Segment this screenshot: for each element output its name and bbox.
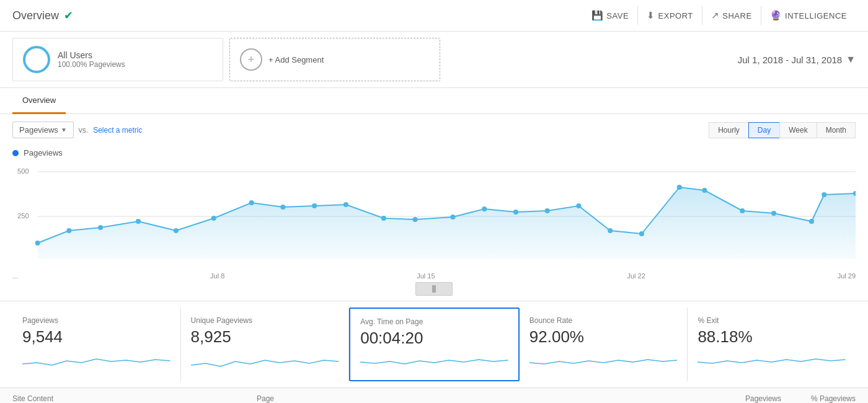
time-btn-week[interactable]: Week [779, 122, 816, 138]
metric-card-unique-pageviews[interactable]: Unique Pageviews 8,925 [181, 308, 350, 381]
export-button[interactable]: ⬇ EXPORT [637, 6, 702, 25]
svg-marker-4 [38, 187, 856, 259]
chart-svg: 500 250 [12, 162, 856, 262]
segment-subtitle: 100.00% Pageviews [58, 60, 125, 69]
intelligence-button[interactable]: 🔮 INTELLIGENCE [761, 6, 856, 25]
segment-donut [23, 46, 50, 73]
date-range-button[interactable]: Jul 1, 2018 - Jul 31, 2018 ▼ [738, 54, 856, 65]
svg-point-28 [809, 219, 814, 224]
tabs-row: Overview [0, 88, 868, 114]
add-segment-card[interactable]: + + Add Segment [229, 38, 440, 81]
segments-row: All Users 100.00% Pageviews + + Add Segm… [0, 32, 868, 88]
svg-point-13 [312, 203, 317, 208]
segment-title: All Users [58, 50, 125, 60]
metric-exit-title: % Exit [698, 316, 846, 325]
page-title: Overview [12, 9, 59, 22]
bottom-header-site-content: Site Content [12, 394, 257, 403]
metric-dropdown-label: Pageviews [19, 125, 58, 135]
time-btn-hourly[interactable]: Hourly [709, 122, 748, 138]
svg-point-18 [482, 206, 487, 211]
primary-segment-card[interactable]: All Users 100.00% Pageviews [12, 38, 223, 81]
svg-point-23 [639, 231, 644, 236]
metric-pageviews-value: 9,544 [22, 327, 170, 347]
svg-point-5 [35, 241, 40, 246]
legend-label: Pageviews [24, 148, 63, 157]
vs-label: vs. [79, 126, 88, 135]
metric-avg-time-title: Avg. Time on Page [360, 317, 508, 326]
legend-dot [12, 150, 19, 156]
metric-bounce-rate-value: 92.00% [529, 327, 678, 347]
metric-pageviews-title: Pageviews [22, 316, 170, 325]
tab-overview[interactable]: Overview [12, 88, 66, 114]
shield-icon: ✔ [64, 9, 73, 22]
svg-text:250: 250 [17, 212, 29, 219]
save-icon: 💾 [591, 10, 604, 21]
chart-dates: ... Jul 8 Jul 15 Jul 22 Jul 29 [0, 270, 868, 280]
date-range-caret-icon: ▼ [846, 54, 856, 65]
metric-dropdown-caret-icon: ▼ [61, 126, 67, 133]
metric-exit-value: 88.18% [698, 327, 846, 347]
svg-point-20 [545, 208, 550, 213]
metric-pageviews-sparkline [22, 352, 170, 370]
svg-point-27 [771, 211, 776, 216]
top-bar-left: Overview ✔ [12, 9, 73, 22]
metric-card-pageviews[interactable]: Pageviews 9,544 [12, 308, 181, 381]
metric-unique-pageviews-title: Unique Pageviews [191, 316, 339, 325]
bottom-header-pageviews: Pageviews [745, 394, 781, 403]
chart-controls: Pageviews ▼ vs. Select a metric Hourly D… [0, 114, 868, 146]
top-bar: Overview ✔ 💾 SAVE ⬇ EXPORT ↗ SHARE 🔮 INT… [0, 0, 868, 32]
svg-point-7 [98, 225, 103, 230]
bottom-header-page: Page [257, 394, 745, 403]
metric-card-bounce-rate[interactable]: Bounce Rate 92.00% [520, 308, 688, 381]
chart-svg-wrapper[interactable]: 500 250 [12, 162, 856, 264]
bottom-header-pct-pageviews: % Pageviews [794, 394, 856, 403]
metric-unique-pageviews-sparkline [191, 352, 339, 370]
svg-point-19 [513, 210, 518, 215]
metric-bounce-rate-title: Bounce Rate [529, 316, 678, 325]
intelligence-icon: 🔮 [770, 10, 782, 21]
svg-point-8 [136, 219, 141, 224]
metric-avg-time-sparkline [360, 353, 508, 371]
svg-text:500: 500 [17, 167, 29, 175]
metric-dropdown[interactable]: Pageviews ▼ [12, 122, 74, 138]
save-button[interactable]: 💾 SAVE [583, 6, 637, 25]
time-btn-day[interactable]: Day [748, 122, 779, 138]
svg-point-16 [412, 217, 417, 222]
x-label-3: Jul 22 [627, 272, 645, 280]
top-bar-actions: 💾 SAVE ⬇ EXPORT ↗ SHARE 🔮 INTELLIGENCE [583, 6, 856, 25]
svg-point-22 [608, 228, 613, 233]
svg-point-24 [677, 185, 682, 190]
scroll-thumb[interactable] [415, 282, 453, 296]
select-metric-link[interactable]: Select a metric [93, 126, 142, 135]
add-segment-icon: + [240, 48, 262, 71]
svg-point-29 [822, 192, 826, 197]
metric-card-exit[interactable]: % Exit 88.18% [688, 308, 856, 381]
time-btn-month[interactable]: Month [817, 122, 856, 138]
svg-point-14 [343, 202, 348, 207]
svg-point-9 [174, 228, 179, 233]
date-range-text: Jul 1, 2018 - Jul 31, 2018 [738, 55, 842, 65]
svg-point-21 [576, 203, 581, 208]
bottom-header: Site Content Page Pageviews % Pageviews [0, 388, 868, 403]
x-label-0: ... [12, 272, 18, 280]
time-buttons: Hourly Day Week Month [709, 122, 856, 138]
svg-point-6 [66, 228, 71, 233]
metrics-row: Pageviews 9,544 Unique Pageviews 8,925 A… [0, 301, 868, 388]
chart-scroll-bar [0, 280, 868, 301]
metric-exit-sparkline [698, 352, 846, 370]
share-button[interactable]: ↗ SHARE [702, 6, 761, 25]
chart-legend: Pageviews [0, 146, 868, 162]
add-segment-label: + Add Segment [268, 55, 324, 64]
metric-card-avg-time[interactable]: Avg. Time on Page 00:04:20 [349, 308, 520, 381]
metric-bounce-rate-sparkline [529, 352, 678, 370]
metric-avg-time-value: 00:04:20 [360, 329, 508, 348]
svg-point-25 [702, 188, 707, 193]
svg-point-15 [381, 216, 386, 221]
svg-point-10 [211, 216, 216, 221]
svg-point-26 [740, 208, 745, 213]
share-icon: ↗ [711, 10, 720, 21]
svg-point-11 [249, 200, 254, 205]
x-label-4: Jul 29 [838, 272, 856, 280]
metric-unique-pageviews-value: 8,925 [191, 327, 339, 347]
chart-area: 500 250 [0, 162, 868, 264]
